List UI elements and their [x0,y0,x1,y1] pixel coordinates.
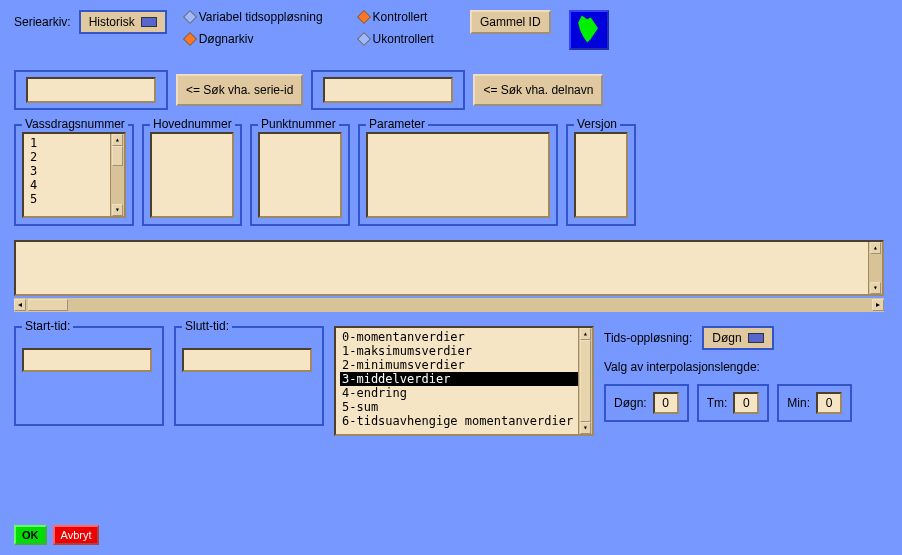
radio-label: Døgnarkiv [199,32,254,46]
scrollbar[interactable]: ▴ ▾ [578,328,592,434]
list-item[interactable]: 3-middelverdier [340,372,588,386]
start-tid-input[interactable] [22,348,152,372]
list-item[interactable]: 2 [28,150,120,164]
list-item[interactable]: 2-minimumsverdier [340,358,588,372]
radio-label: Variabel tidsoppløsning [199,10,323,24]
hoved-listbox[interactable] [150,132,234,218]
versjon-listbox[interactable] [574,132,628,218]
scrollbar[interactable]: ▴ ▾ [868,242,882,294]
gammel-id-button[interactable]: Gammel ID [470,10,551,34]
param-listbox[interactable] [366,132,550,218]
scrollbar[interactable]: ▴ ▾ [110,134,124,216]
list-item[interactable]: 5 [28,192,120,206]
panel-title-vassdrag: Vassdragsnummer [22,117,128,131]
search-serie-id-button[interactable]: <= Søk vha. serie-id [176,74,303,106]
diamond-icon [183,32,197,46]
radio-kontrollert[interactable]: Kontrollert [359,10,434,24]
search-delnavn-input[interactable] [323,77,453,103]
tm-input[interactable] [733,392,759,414]
tids-opplosning-label: Tids-oppløsning: [604,331,692,345]
radio-label: Ukontrollert [373,32,434,46]
dropdown-icon [141,17,157,27]
panel-title-hoved: Hovednummer [150,117,235,131]
radio-label: Kontrollert [373,10,428,24]
min-label: Min: [787,396,810,410]
radio-ukontrollert[interactable]: Ukontrollert [359,32,434,46]
list-item[interactable]: 1-maksimumsverdier [340,344,588,358]
hscrollbar[interactable]: ◂ ▸ [14,298,884,312]
min-input[interactable] [816,392,842,414]
list-item[interactable]: 3 [28,164,120,178]
seriearkiv-dropdown[interactable]: Historisk [79,10,167,34]
diamond-icon [356,32,370,46]
diamond-icon [356,10,370,24]
panel-title-punkt: Punktnummer [258,117,339,131]
ok-button[interactable]: OK [14,525,47,545]
list-item[interactable]: 4 [28,178,120,192]
search-delnavn-button[interactable]: <= Søk vha. delnavn [473,74,603,106]
dropdown-value: Døgn [712,331,741,345]
list-item[interactable]: 6-tidsuavhengige momentanverdier [340,414,588,428]
radio-variabel[interactable]: Variabel tidsoppløsning [185,10,323,24]
radio-dognarkiv[interactable]: Døgnarkiv [185,32,323,46]
main-listbox[interactable]: ▴ ▾ [14,240,884,296]
punkt-listbox[interactable] [258,132,342,218]
dogn-input[interactable] [653,392,679,414]
dogn-box: Døgn: [604,384,689,422]
slutt-tid-label: Slutt-tid: [182,319,232,333]
panel-title-versjon: Versjon [574,117,620,131]
seriearkiv-value: Historisk [89,15,135,29]
seriearkiv-label: Seriearkiv: [14,15,71,29]
list-item[interactable]: 5-sum [340,400,588,414]
search-serie-id-input[interactable] [26,77,156,103]
min-box: Min: [777,384,852,422]
tids-opplosning-dropdown[interactable]: Døgn [702,326,773,350]
diamond-icon [183,10,197,24]
map-icon[interactable] [569,10,609,50]
dropdown-icon [748,333,764,343]
dogn-label: Døgn: [614,396,647,410]
list-item[interactable]: 4-endring [340,386,588,400]
tm-label: Tm: [707,396,728,410]
list-item[interactable]: 1 [28,136,120,150]
value-type-listbox[interactable]: 0-momentanverdier1-maksimumsverdier2-min… [334,326,594,436]
vassdrag-listbox[interactable]: 12345 ▴ ▾ [22,132,126,218]
panel-title-param: Parameter [366,117,428,131]
cancel-button[interactable]: Avbryt [53,525,100,545]
slutt-tid-input[interactable] [182,348,312,372]
tm-box: Tm: [697,384,770,422]
interp-label: Valg av interpolasjonslengde: [604,360,852,374]
start-tid-label: Start-tid: [22,319,73,333]
list-item[interactable]: 0-momentanverdier [340,330,588,344]
